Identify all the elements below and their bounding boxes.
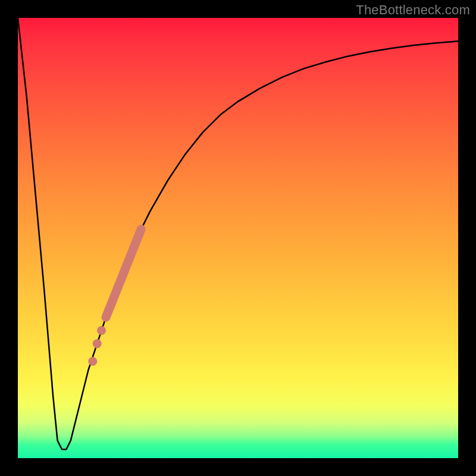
chart-frame: TheBottleneck.com <box>0 0 476 476</box>
attribution-watermark: TheBottleneck.com <box>356 2 470 18</box>
plot-background-gradient <box>18 18 458 458</box>
